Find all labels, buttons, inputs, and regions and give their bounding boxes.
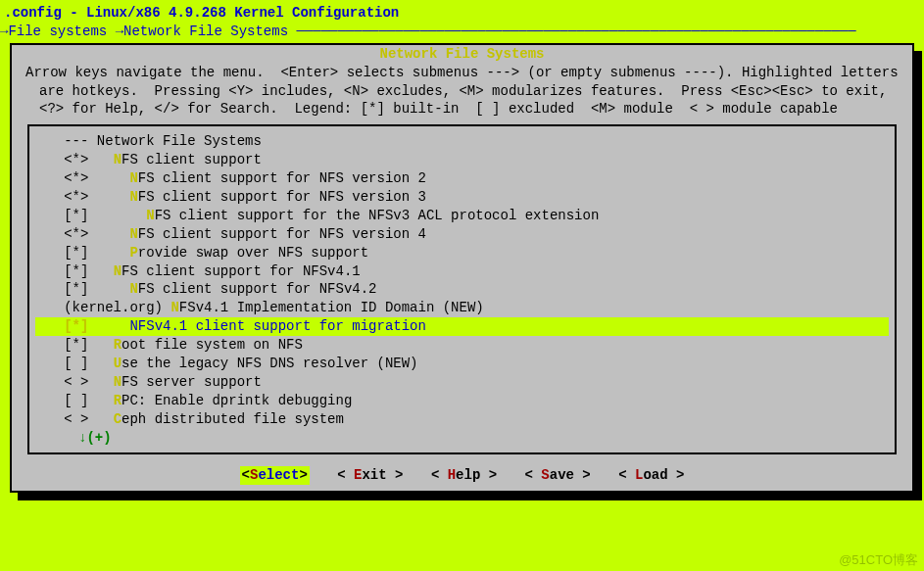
- dialog: Network File Systems Arrow keys navigate…: [10, 43, 914, 494]
- menu-item-label: FS client support: [122, 152, 262, 167]
- menu-item-hotkey: N: [129, 170, 137, 186]
- menu-item[interactable]: [*] NFS client support for the NFSv3 ACL…: [35, 207, 889, 225]
- window-title: .config - Linux/x86 4.9.268 Kernel Confi…: [0, 0, 924, 23]
- menu-item[interactable]: [ ] RPC: Enable dprintk debugging: [35, 392, 889, 410]
- menu-item[interactable]: [*] NFSv4.1 client support for migration: [35, 317, 889, 336]
- menu-item[interactable]: (kernel.org) NFSv4.1 Implementation ID D…: [35, 299, 889, 317]
- menu-item[interactable]: <*> NFS client support: [35, 151, 889, 169]
- menu-item-label: FS client support for NFS version 3: [138, 189, 426, 205]
- dialog-title: Network File Systems: [373, 45, 550, 64]
- menu-item-hotkey: NF: [129, 318, 146, 334]
- menu-item[interactable]: < > Ceph distributed file system: [35, 410, 889, 429]
- menu-item[interactable]: [*] NFS client support for NFSv4.2: [35, 280, 889, 299]
- save-button[interactable]: < Save >: [525, 466, 591, 485]
- menu-item-mark: [*]: [39, 318, 88, 334]
- menu-item[interactable]: <*> NFS client support for NFS version 2: [35, 169, 889, 188]
- menu-item-mark: <*>: [39, 189, 88, 205]
- more-indicator-icon: ↓(+): [35, 429, 889, 448]
- menu-item-mark: [*]: [39, 208, 88, 223]
- menu-item-indent: [88, 411, 113, 427]
- menu-item[interactable]: [ ] Use the legacy NFS DNS resolver (NEW…: [35, 355, 889, 373]
- button-row: <Select> < Exit > < Help > < Save > < Lo…: [12, 460, 912, 487]
- menu-item-hotkey: U: [114, 356, 122, 371]
- menu-item-mark: ---: [39, 133, 88, 149]
- menu-item-mark: [ ]: [39, 393, 88, 408]
- menu-box: --- Network File Systems <*> NFS client …: [27, 124, 897, 454]
- menu-item-mark: (kernel.org): [39, 300, 163, 315]
- menu-item-indent: [88, 263, 113, 279]
- menu-item-label: FS client support for NFSv4.2: [138, 281, 377, 297]
- breadcrumb: →File systems →Network File Systems ────…: [0, 23, 924, 41]
- menu-item-hotkey: N: [129, 281, 137, 297]
- menu-item-indent: [88, 374, 113, 390]
- menu-item-hotkey: N: [146, 208, 154, 223]
- menu-item-mark: <*>: [39, 226, 88, 242]
- menu-item-indent: [88, 189, 129, 205]
- menu-item-indent: [88, 281, 129, 297]
- menu-item-hotkey: N: [129, 226, 137, 242]
- menu-item-label: FS client support for NFSv4.1: [122, 263, 361, 279]
- menu-item-label: FSv4.1 Implementation ID Domain (NEW): [179, 300, 484, 315]
- menu-item-hotkey: R: [114, 393, 122, 408]
- menu-item-label: FS server support: [122, 374, 262, 390]
- exit-button[interactable]: < Exit >: [337, 466, 403, 485]
- menu-item-hotkey: N: [114, 263, 122, 279]
- menu-item[interactable]: < > NFS server support: [35, 373, 889, 392]
- menu-item-label: oot file system on NFS: [122, 337, 303, 353]
- menu-item-indent: [88, 170, 129, 186]
- menu-item-hotkey: P: [129, 245, 137, 261]
- select-button[interactable]: <Select>: [240, 466, 310, 485]
- menu-item-mark: < >: [39, 411, 88, 427]
- watermark: @51CTO博客: [839, 551, 918, 569]
- menu-item-label: Network File Systems: [97, 133, 262, 149]
- menu-item[interactable]: [*] NFS client support for NFSv4.1: [35, 262, 889, 281]
- menu-item-indent: [88, 356, 113, 371]
- menu-item-hotkey: N: [114, 152, 122, 167]
- menu-item[interactable]: <*> NFS client support for NFS version 4: [35, 225, 889, 244]
- menu-item-indent: [88, 337, 113, 353]
- menu-item-label: FS client support for NFS version 2: [138, 170, 426, 186]
- breadcrumb-seg-filesystems[interactable]: File systems: [8, 24, 107, 39]
- load-button[interactable]: < Load >: [618, 466, 684, 485]
- menu-item-indent: [88, 133, 96, 149]
- menu-item[interactable]: <*> NFS client support for NFS version 3: [35, 188, 889, 207]
- menu-item-mark: [ ]: [39, 356, 88, 371]
- menu-item-indent: [88, 226, 129, 242]
- menu-item-label: FS client support for the NFSv3 ACL prot…: [155, 208, 600, 223]
- menu-item-label: eph distributed file system: [122, 411, 344, 427]
- menu-item-mark: [*]: [39, 245, 88, 261]
- menu-item-indent: [88, 208, 146, 223]
- menu-item-indent: [88, 152, 113, 167]
- breadcrumb-seg-network-fs[interactable]: Network File Systems: [123, 24, 288, 39]
- menu-item-hotkey: N: [170, 300, 178, 315]
- menu-item-label: FS client support for NFS version 4: [138, 226, 426, 242]
- menu-item-mark: [*]: [39, 281, 88, 297]
- dialog-help-text: Arrow keys navigate the menu. <Enter> se…: [12, 64, 912, 123]
- breadcrumb-arrow-icon: →: [116, 24, 123, 39]
- menu-item-indent: [88, 245, 129, 261]
- menu-item[interactable]: --- Network File Systems: [35, 132, 889, 151]
- breadcrumb-fill: ────────────────────────────────────────…: [288, 24, 856, 39]
- menu-item-label: Sv4.1 client support for migration: [146, 318, 426, 334]
- menu-item[interactable]: [*] Root file system on NFS: [35, 336, 889, 355]
- menu-item-hotkey: N: [114, 374, 122, 390]
- menu-item-indent: [88, 318, 129, 334]
- menu-item-hotkey: C: [114, 411, 122, 427]
- menu-item[interactable]: [*] Provide swap over NFS support: [35, 244, 889, 262]
- menu-item-label: PC: Enable dprintk debugging: [122, 393, 352, 408]
- menu-item-mark: [*]: [39, 263, 88, 279]
- menu-item-label: se the legacy NFS DNS resolver (NEW): [122, 356, 417, 371]
- menu-item-mark: <*>: [39, 170, 88, 186]
- menu-item-hotkey: R: [114, 337, 122, 353]
- menu-item-indent: [88, 393, 113, 408]
- menu-item-mark: <*>: [39, 152, 88, 167]
- help-button[interactable]: < Help >: [431, 466, 497, 485]
- menu-item-hotkey: N: [129, 189, 137, 205]
- menu-item-mark: [*]: [39, 337, 88, 353]
- menu-item-label: rovide swap over NFS support: [138, 245, 368, 261]
- menu-item-mark: < >: [39, 374, 88, 390]
